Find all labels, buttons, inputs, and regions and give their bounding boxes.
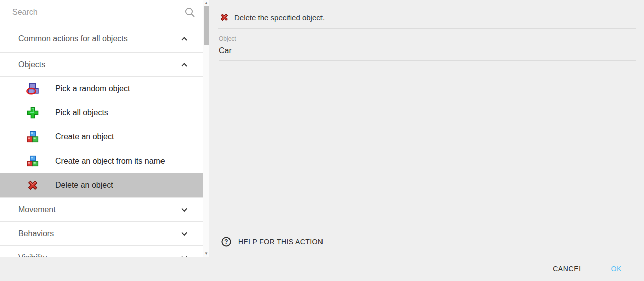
instruction-editor-dialog: Common actions for all objects Objects P…	[0, 0, 644, 281]
action-list: Common actions for all objects Objects P…	[0, 25, 203, 257]
cancel-button[interactable]: CANCEL	[545, 260, 591, 278]
create-object-from-name-icon	[26, 155, 39, 168]
help-button-label: HELP FOR THIS ACTION	[238, 238, 323, 246]
ok-button[interactable]: OK	[603, 260, 630, 278]
help-button[interactable]: HELP FOR THIS ACTION	[221, 233, 323, 251]
action-configuration-panel: Delete the specified object. Object HELP…	[209, 0, 644, 257]
group-common-actions[interactable]: Common actions for all objects	[0, 25, 203, 53]
group-label: Behaviors	[18, 229, 180, 238]
group-label: Visibility	[18, 253, 180, 257]
group-label: Objects	[18, 60, 180, 69]
search-input[interactable]	[0, 5, 171, 20]
group-movement[interactable]: Movement	[0, 198, 203, 222]
delete-object-icon	[26, 179, 39, 192]
group-visibility[interactable]: Visibility	[0, 246, 203, 257]
chevron-down-icon	[180, 253, 189, 257]
objects-group-items: Pick a random object Pick all objects Cr…	[0, 77, 203, 198]
list-item-delete-an-object[interactable]: Delete an object	[0, 173, 203, 197]
item-label: Create an object from its name	[55, 157, 165, 166]
list-item-pick-random-object[interactable]: Pick a random object	[0, 77, 203, 101]
pick-all-objects-icon	[26, 106, 39, 119]
object-field-input[interactable]	[219, 42, 636, 61]
help-icon	[221, 237, 231, 247]
panel-header: Delete the specified object.	[219, 6, 636, 28]
group-label: Movement	[18, 205, 180, 214]
delete-object-icon	[219, 12, 229, 22]
pick-random-object-icon	[26, 82, 39, 95]
chevron-up-icon	[180, 60, 189, 69]
object-parameter-field: Object	[219, 35, 636, 61]
object-field-label: Object	[219, 35, 636, 42]
item-label: Pick a random object	[55, 84, 130, 93]
item-label: Pick all objects	[55, 108, 108, 117]
chevron-up-icon	[180, 34, 189, 43]
action-description: Delete the specified object.	[234, 13, 325, 22]
item-label: Delete an object	[55, 181, 113, 190]
search-bar	[0, 0, 209, 24]
group-objects[interactable]: Objects	[0, 53, 203, 77]
group-label: Common actions for all objects	[18, 34, 180, 43]
item-label: Create an object	[55, 132, 114, 142]
list-item-create-an-object[interactable]: Create an object	[0, 125, 203, 149]
chevron-down-icon	[180, 229, 189, 238]
chevron-down-icon	[180, 205, 189, 214]
list-item-create-object-from-name[interactable]: Create an object from its name	[0, 149, 203, 173]
dialog-action-bar: CANCEL OK	[0, 257, 644, 281]
sidebar-scrollbar[interactable]: ▲ ▼	[203, 0, 209, 257]
group-behaviors[interactable]: Behaviors	[0, 222, 203, 246]
create-object-icon	[26, 130, 39, 144]
scrollbar-thumb[interactable]	[204, 6, 209, 45]
action-chooser-sidebar: Common actions for all objects Objects P…	[0, 0, 209, 257]
divider	[218, 28, 636, 29]
list-item-pick-all-objects[interactable]: Pick all objects	[0, 101, 203, 125]
search-icon	[185, 7, 195, 17]
